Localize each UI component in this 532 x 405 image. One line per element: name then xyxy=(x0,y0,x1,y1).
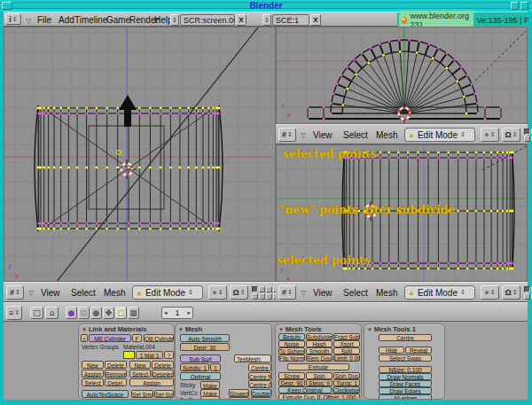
subdiv-render-stepper[interactable]: 1 xyxy=(210,363,221,371)
shading-context-button[interactable]: ● xyxy=(90,307,102,319)
logic-context-button[interactable]: ● xyxy=(66,307,77,319)
vgroup-select-button[interactable]: Select xyxy=(82,378,104,386)
screen-browse-button[interactable]: ↕ xyxy=(170,14,179,26)
material-delete-button[interactable]: Delete xyxy=(152,361,174,369)
menu-add[interactable]: Add xyxy=(59,15,74,25)
layer-toggle[interactable] xyxy=(252,286,258,292)
remove-doubles-button[interactable]: Rem Doub xyxy=(306,354,332,362)
nsize-stepper[interactable]: NSize: 0.100 xyxy=(379,366,432,373)
smooth-button[interactable]: Smooth xyxy=(306,347,332,354)
draw-type-button[interactable]: ●↕ xyxy=(481,285,499,300)
home-button[interactable]: ⌂ xyxy=(45,307,59,319)
select-swap-button[interactable]: Select Swap xyxy=(379,354,432,362)
script-context-button[interactable]: ▤ xyxy=(78,307,90,319)
scene-context-button[interactable]: ▦ xyxy=(128,307,139,319)
proportional-edit-button[interactable]: Ω↕ xyxy=(230,285,248,300)
header-collapse-icon[interactable]: ▽ xyxy=(28,289,34,297)
degr-90-stepper[interactable]: Degr: 90 xyxy=(278,379,305,386)
spin-dup-button[interactable]: Spin Dup xyxy=(333,372,360,379)
menu-mesh[interactable]: Mesh xyxy=(376,288,397,298)
vgroup-delete-button[interactable]: Delete xyxy=(105,361,127,369)
auto-smooth-toggle[interactable]: Auto Smooth xyxy=(180,334,230,342)
faster-draw-button[interactable]: FasterDr xyxy=(229,397,249,400)
menu-mesh[interactable]: Mesh xyxy=(376,130,397,140)
menu-view[interactable]: View xyxy=(313,288,332,298)
layer-toggle[interactable] xyxy=(266,293,272,300)
draw-edges-toggle[interactable]: Draw Edges xyxy=(379,387,432,394)
mesh-browse-button[interactable]: ↕ xyxy=(81,334,88,342)
texmesh-field[interactable]: TexMesh: xyxy=(234,354,271,362)
layer-toggle[interactable] xyxy=(259,286,265,292)
viewport-type-button[interactable]: #↕ xyxy=(278,285,296,300)
noise-button[interactable]: Noise xyxy=(278,340,305,347)
mode-dropdown[interactable]: ▲Edit Mode↕ xyxy=(404,128,475,142)
draw-faces-toggle[interactable]: Draw Faces xyxy=(379,380,432,387)
hash-button[interactable]: Hash xyxy=(306,340,332,347)
steps-stepper[interactable]: Steps: 9 xyxy=(306,379,332,386)
proportional-edit-button[interactable]: Ω↕ xyxy=(502,285,520,300)
object-name-field[interactable]: OB:Cylinder xyxy=(144,334,174,342)
extrude-dup-button[interactable]: Extrude Dup xyxy=(278,393,318,400)
vgroup-deselect-button[interactable]: Desel. xyxy=(105,378,127,386)
menu-file[interactable]: File xyxy=(37,15,51,25)
menu-select[interactable]: Select xyxy=(343,288,368,298)
clockwise-toggle[interactable]: Clockwise xyxy=(332,386,360,393)
scene-delete-button[interactable]: X xyxy=(310,14,321,26)
panel-header[interactable]: ▼Mesh Tools 1 xyxy=(367,325,416,333)
layer-toggle[interactable] xyxy=(252,293,258,300)
window-type-button[interactable]: ≡ ↕ xyxy=(6,306,22,320)
fract-subdivide-button[interactable]: Fract Sub xyxy=(333,333,360,340)
header-collapse-icon[interactable]: ▽ xyxy=(301,131,306,139)
xsort-button[interactable]: Xsort xyxy=(333,340,360,347)
menu-select[interactable]: Select xyxy=(343,130,368,140)
centre-cursor-button[interactable]: Centre Cursor xyxy=(248,380,271,388)
material-deselect-button[interactable]: Deselect xyxy=(152,370,174,378)
subsurf-toggle[interactable]: Sub Surf xyxy=(180,354,221,362)
step-right-icon[interactable]: ▸ xyxy=(187,309,191,316)
optimal-toggle[interactable]: Optimal xyxy=(180,372,221,380)
flip-normals-button[interactable]: Flip Norm xyxy=(278,354,305,362)
extrude-button[interactable]: Extrude xyxy=(287,363,349,370)
vgroup-assign-button[interactable]: Assign xyxy=(82,370,104,378)
screen-name-field[interactable]: SCR:screen.001 xyxy=(180,14,235,26)
material-new-button[interactable]: New xyxy=(129,361,151,369)
menu-mesh[interactable]: Mesh xyxy=(104,288,125,298)
panel-header[interactable]: ▼Mesh xyxy=(178,325,202,333)
layer-toggle[interactable] xyxy=(524,293,530,300)
reveal-button[interactable]: Reveal xyxy=(405,347,432,354)
step-left-icon[interactable]: ◂ xyxy=(164,309,168,316)
material-index-stepper[interactable]: 1 Mat 1 xyxy=(136,351,163,359)
header-collapse-icon[interactable]: ▽ xyxy=(301,289,306,297)
set-solid-button[interactable]: Set Solid xyxy=(154,390,174,398)
window-maximize-button[interactable] xyxy=(520,2,528,10)
draw-type-button[interactable]: ●↕ xyxy=(208,285,227,300)
material-color-swatch[interactable] xyxy=(123,351,135,359)
proportional-edit-button[interactable]: Ω↕ xyxy=(502,128,520,142)
spin-button[interactable]: Spin xyxy=(306,372,332,379)
menu-view[interactable]: View xyxy=(313,130,332,140)
editing-context-button[interactable]: ▢ xyxy=(115,307,127,319)
autotexspace-toggle[interactable]: AutoTexSpace xyxy=(82,390,129,398)
object-context-button[interactable]: ✥ xyxy=(103,307,114,319)
centre-button[interactable]: Centre xyxy=(379,334,432,341)
viewport-type-button[interactable]: #↕ xyxy=(6,285,24,300)
top-viewport[interactable]: yx xyxy=(276,27,528,124)
mesh-datablock-field[interactable]: ME:Cylinder xyxy=(89,334,131,342)
beauty-toggle[interactable]: Beauty xyxy=(278,333,305,340)
scene-name-field[interactable]: SCE:1 xyxy=(272,14,309,26)
panel-header[interactable]: ▼Link and Materials xyxy=(82,325,146,333)
material-assign-button[interactable]: Assign xyxy=(129,378,174,386)
keep-original-toggle[interactable]: Keep Original xyxy=(278,386,332,393)
degr-stepper[interactable]: Degr: 30 xyxy=(180,343,230,351)
vgroup-new-button[interactable]: New xyxy=(82,361,104,369)
texface-make-button[interactable]: Make xyxy=(200,396,220,400)
screen-delete-button[interactable]: X xyxy=(236,14,246,26)
draw-type-button[interactable]: ●↕ xyxy=(481,128,499,142)
all-edges-toggle[interactable]: All edges xyxy=(379,394,432,400)
layer-toggle[interactable] xyxy=(266,286,272,292)
layer-toggle[interactable] xyxy=(524,129,530,135)
sticky-make-button[interactable]: Make xyxy=(200,381,220,389)
layer-toggle[interactable] xyxy=(524,136,530,142)
menu-view[interactable]: View xyxy=(41,288,60,298)
mode-dropdown[interactable]: ▲Edit Mode↕ xyxy=(404,285,475,300)
